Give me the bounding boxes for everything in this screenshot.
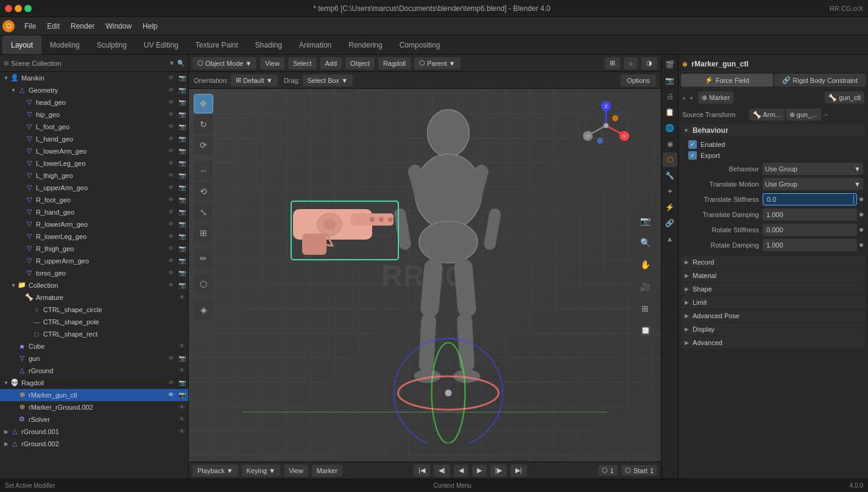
viewport[interactable]: ⬡ Object Mode ▼ View Select Add Object R… — [189, 55, 661, 479]
l-upper-arm-eye[interactable]: 👁 — [166, 183, 176, 193]
tree-item-l-lower-leg[interactable]: ▽ L_lowerLeg_geo 👁 📷 — [0, 157, 188, 169]
marker-type-btn[interactable]: ⊕ Marker — [698, 91, 733, 104]
tree-item-rground[interactable]: △ rGround 👁 — [0, 365, 188, 377]
tree-item-l-lower-arm[interactable]: ▽ L_lowerArm_geo 👁 📷 — [0, 145, 188, 157]
tree-item-r-upper-arm[interactable]: ▽ R_upperArm_geo 👁 📷 — [0, 255, 188, 267]
rground-001-eye[interactable]: 👁 — [177, 427, 187, 437]
manikin-camera-icon[interactable]: 📷 — [177, 73, 187, 83]
gizmo-btn[interactable]: ⊞ — [605, 57, 620, 70]
gun-source-btn[interactable]: ⊕ gun_... — [786, 109, 821, 121]
translate-motion-select[interactable]: Use Group ▼ — [763, 178, 863, 190]
prop-view-layer-icon[interactable]: 📋 — [663, 105, 677, 119]
r-lower-leg-cam[interactable]: 📷 — [177, 232, 187, 241]
prop-render-icon[interactable]: 📷 — [663, 73, 677, 88]
tree-item-rsolver[interactable]: ⚙ rSolver 👁 — [0, 413, 188, 426]
header-select-btn[interactable]: Select — [288, 57, 317, 70]
rground-eye[interactable]: 👁 — [177, 366, 187, 376]
tool-scale[interactable]: ⤡ — [194, 202, 213, 222]
head-geo-cam[interactable]: 📷 — [177, 98, 187, 107]
l-hand-cam[interactable]: 📷 — [177, 134, 187, 144]
translate-damping-field[interactable]: 1.000 — [763, 209, 857, 221]
hip-geo-eye[interactable]: 👁 — [166, 110, 176, 119]
enabled-checkbox[interactable]: ✓ — [688, 140, 697, 149]
torso-cam[interactable]: 📷 — [177, 268, 187, 278]
geometry-eye-icon[interactable]: 👁 — [166, 85, 176, 95]
play-btn[interactable]: ▶ — [472, 465, 487, 477]
force-field-tab[interactable]: ⚡ Force Field — [681, 74, 773, 87]
options-button[interactable]: Options — [621, 74, 656, 87]
menu-window[interactable]: Window — [101, 20, 136, 32]
rotate-stiffness-field[interactable]: 0.000 — [763, 224, 857, 236]
r-lower-leg-eye[interactable]: 👁 — [166, 232, 176, 241]
view-camera[interactable]: 📷 — [635, 211, 655, 230]
tree-item-rground-001[interactable]: ▶ △ rGround.001 👁 — [0, 426, 188, 438]
tree-item-armature[interactable]: 🦴 Armature 👁 — [0, 291, 188, 304]
advanced-pose-header[interactable]: ▶ Advanced Pose — [681, 310, 866, 322]
advanced-header[interactable]: ▶ Advanced — [681, 337, 866, 349]
filter-icon[interactable]: ▼ — [169, 60, 175, 66]
search-icon[interactable]: 🔍 — [177, 60, 185, 66]
r-hand-cam[interactable]: 📷 — [177, 207, 187, 217]
gun-cam[interactable]: 📷 — [177, 354, 187, 363]
prop-object-icon[interactable]: ⬡ — [663, 152, 677, 167]
r-thigh-cam[interactable]: 📷 — [177, 244, 187, 254]
prop-output-icon[interactable]: 🖨 — [663, 89, 677, 104]
tree-item-collection[interactable]: ▼ 📁 Collection 👁 📷 — [0, 279, 188, 291]
l-hand-eye[interactable]: 👁 — [166, 134, 176, 144]
display-header[interactable]: ▶ Display — [681, 323, 866, 335]
viewport-gizmo[interactable]: Z X Y — [582, 101, 630, 150]
view-grid[interactable]: ⊞ — [635, 299, 655, 318]
play-reverse-btn[interactable]: ◀ — [454, 465, 468, 477]
prev-keyframe-btn[interactable]: ◀| — [434, 465, 450, 477]
prop-particles-icon[interactable]: ✦ — [663, 184, 677, 199]
tool-move[interactable]: ↔ — [194, 161, 213, 180]
armature-eye[interactable]: 👁 — [177, 293, 187, 302]
gun-eye[interactable]: 👁 — [166, 354, 176, 363]
tree-item-ctrl-circle[interactable]: ○ CTRL_shape_circle — [0, 304, 188, 316]
tree-item-torso[interactable]: ▽ torso_geo 👁 📷 — [0, 267, 188, 279]
header-ragdoll-btn[interactable]: Ragdoll — [378, 57, 411, 70]
l-lower-leg-eye[interactable]: 👁 — [166, 159, 176, 168]
l-thigh-cam[interactable]: 📷 — [177, 171, 187, 180]
l-lower-arm-cam[interactable]: 📷 — [177, 146, 187, 156]
tool-annotate[interactable]: ✏ — [194, 249, 213, 268]
tool-rotate2[interactable]: ⟲ — [194, 182, 213, 201]
tree-item-ctrl-pole[interactable]: — CTRL_shape_pole — [0, 316, 188, 328]
r-upper-arm-eye[interactable]: 👁 — [166, 256, 176, 266]
tree-item-l-foot[interactable]: ▽ L_foot_geo 👁 📷 — [0, 121, 188, 133]
r-upper-arm-cam[interactable]: 📷 — [177, 256, 187, 266]
header-parent-btn[interactable]: ⬡ Parent ▼ — [414, 57, 460, 70]
close-button[interactable] — [5, 5, 12, 12]
tree-item-r-hand[interactable]: ▽ R_hand_geo 👁 📷 — [0, 206, 188, 218]
tab-rendering[interactable]: Rendering — [340, 35, 390, 54]
tree-item-r-lower-leg[interactable]: ▽ R_lowerLeg_geo 👁 📷 — [0, 230, 188, 243]
tree-item-gun[interactable]: ▽ gun 👁 📷 — [0, 352, 188, 365]
footer-view-btn[interactable]: View — [284, 465, 308, 477]
manikin-eye-icon[interactable]: 👁 — [166, 73, 176, 83]
collection-eye[interactable]: 👁 — [166, 280, 176, 290]
r-hand-eye[interactable]: 👁 — [166, 207, 176, 217]
next-keyframe-btn[interactable]: |▶ — [490, 465, 507, 477]
prop-modifier-icon[interactable]: 🔧 — [663, 168, 677, 183]
view-render[interactable]: 🔲 — [635, 321, 655, 340]
rmarker-gun-eye[interactable]: 👁 — [166, 390, 176, 400]
tool-transform[interactable]: ⊞ — [194, 223, 213, 243]
tree-item-r-thigh[interactable]: ▽ R_thigh_geo 👁 📷 — [0, 243, 188, 255]
head-geo-eye[interactable]: 👁 — [166, 98, 176, 107]
tree-item-hip-geo[interactable]: ▽ hip_geo 👁 📷 — [0, 109, 188, 121]
l-foot-eye[interactable]: 👁 — [166, 122, 176, 132]
menu-render[interactable]: Render — [66, 20, 99, 32]
cube-eye[interactable]: 👁 — [177, 341, 187, 351]
prop-data-icon[interactable]: ▲ — [663, 232, 677, 246]
tree-item-rmarker-gun[interactable]: ⊕ rMarker_gun_ctl 👁 📷 — [0, 389, 188, 401]
tree-item-l-upper-arm[interactable]: ▽ L_upperArm_geo 👁 📷 — [0, 182, 188, 194]
ragdoll-cam[interactable]: 📷 — [177, 378, 187, 388]
l-foot-cam[interactable]: 📷 — [177, 122, 187, 132]
tree-item-ragdoll[interactable]: ▼ 💀 Ragdoll 👁 📷 — [0, 377, 188, 389]
tree-item-rmarker-rground[interactable]: ⊕ rMarker_rGround.002 👁 — [0, 401, 188, 413]
prop-world-icon[interactable]: ◉ — [663, 137, 677, 151]
overlay-btn[interactable]: ○ — [624, 57, 638, 70]
menu-edit[interactable]: Edit — [42, 20, 65, 32]
view-zoom-in[interactable]: 🔍 — [635, 233, 655, 252]
l-thigh-eye[interactable]: 👁 — [166, 171, 176, 180]
